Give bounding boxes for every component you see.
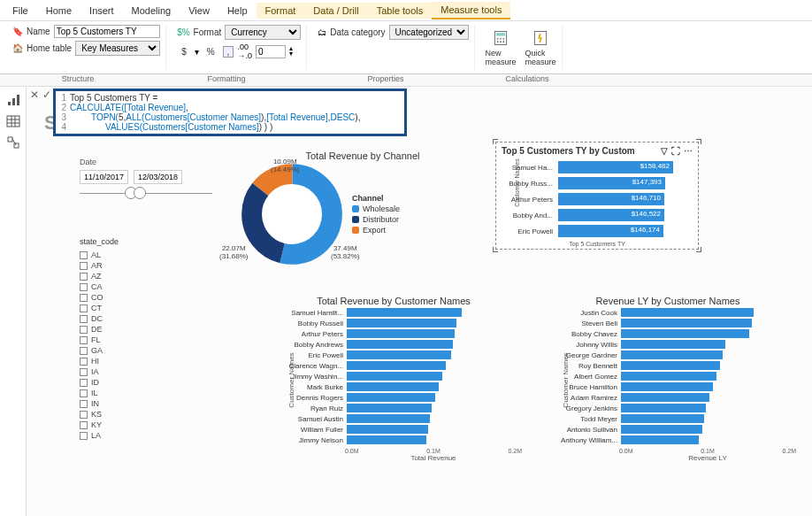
category-icon: 🗂 [318,27,326,37]
menu-insert[interactable]: Insert [80,3,123,19]
legend-item: Export [352,226,400,235]
menu-home[interactable]: Home [37,3,80,19]
top5-row: Bobby And...$146,522 [502,209,693,221]
new-measure-label: New measure [486,49,517,66]
state-option[interactable]: CA [80,281,186,292]
rev-ty-title: Total Revenue by Customer Names [265,296,522,306]
bar-row: Steven Bell [552,319,796,327]
menu-view[interactable]: View [180,3,218,19]
bar-row: Jimmy Nelson [278,435,522,444]
state-option[interactable]: CT [80,303,186,313]
state-option[interactable]: KS [80,409,186,420]
state-option[interactable]: AL [80,250,186,260]
formula-line-1: Top 5 Customers TY = [70,93,157,103]
menu-modeling[interactable]: Modeling [123,3,180,19]
currency-button[interactable]: $ [177,46,191,58]
menu-bar: FileHomeInsertModelingViewHelpFormatData… [0,0,812,21]
state-option[interactable]: IN [80,398,186,409]
revenue-ty-chart[interactable]: Total Revenue by Customer Names Customer… [265,296,522,462]
state-option[interactable]: IL [80,388,186,398]
menu-measure-tools[interactable]: Measure tools [432,2,510,19]
menu-file[interactable]: File [4,3,37,19]
top5-row: Samuel Ha...$158,482 [502,161,693,173]
state-option[interactable]: DE [80,324,186,335]
bar-row: Bobby Andrews [278,340,522,349]
svg-point-23 [252,174,333,255]
state-option[interactable]: ID [80,377,186,388]
bar-row: Anthony William... [552,435,796,444]
measure-name-input[interactable] [54,25,160,38]
new-measure-button[interactable]: New measure [486,29,517,66]
state-option[interactable]: CO [80,292,186,303]
decimals-icon: .00→.0 [237,42,252,60]
model-view-icon[interactable] [5,135,21,150]
date-from[interactable]: 11/10/2017 [80,170,128,184]
bar-row: Johnny Willis [552,340,796,349]
state-option[interactable]: GA [80,345,186,356]
date-slider[interactable] [80,193,212,205]
bar-row: Jimmy Washin... [278,372,522,381]
menu-data-drill[interactable]: Data / Drill [304,3,367,19]
thousands-button[interactable]: , [223,46,234,58]
filter-icon[interactable]: ▽ [661,146,668,156]
svg-point-6 [500,41,502,42]
top5-footer: Top 5 Customers TY [502,241,693,247]
bar-row: Roy Bennett [552,361,796,370]
format-select[interactable]: Currency [225,25,301,40]
date-slicer[interactable]: Date 11/10/2017 12/03/2018 [80,158,212,205]
spinner-icon[interactable]: ▴▾ [289,46,293,57]
svg-point-5 [497,41,499,42]
top5-visual[interactable]: Top 5 Customers TY by Custom ▽ ⛶ ⋯ Custo… [495,142,699,250]
focus-icon[interactable]: ⛶ [671,146,680,156]
ribbon-group-formatting: $% Format Currency $▾ % , .00→.0 ▴▾ [172,25,307,70]
top5-row: Arthur Peters$146,710 [502,193,693,205]
bar-row: Gregory Jenkins [552,404,796,412]
decimals-input[interactable] [256,45,286,58]
date-to[interactable]: 12/03/2018 [134,170,182,184]
legend-item: Distributor [352,215,400,224]
section-calculations: Calculations [474,74,580,86]
state-slicer[interactable]: state_code ALARAZCACOCTDCDEFLGAHIIAIDILI… [80,237,186,441]
data-view-icon[interactable] [5,113,21,129]
rev-ly-ylabel: Customer Names [562,352,570,407]
donut-chart[interactable]: Total Revenue by Channel 10.09M(14.49%) … [239,150,486,269]
rev-ty-ylabel: Customer Names [287,352,295,407]
ribbon: 🔖 Name 🏠 Home table Key Measures $% Form… [0,21,812,74]
state-option[interactable]: AR [80,260,186,271]
menu-table-tools[interactable]: Table tools [368,3,433,19]
percent-button[interactable]: % [203,46,219,58]
svg-rect-17 [8,137,12,142]
data-category-select[interactable]: Uncategorized [389,25,469,40]
svg-point-3 [500,38,502,40]
check-formula-icon[interactable]: ✓ [42,89,51,101]
svg-rect-1 [496,33,505,35]
formula-bar[interactable]: 1Top 5 Customers TY = 2CALCULATE( [Total… [53,89,407,136]
bar-row: Antonio Sullivan [552,425,796,434]
state-option[interactable]: HI [80,356,186,366]
bar-row: Samuel Hamilt... [278,308,522,317]
top5-title: Top 5 Customers TY by Custom [502,146,635,156]
close-formula-icon[interactable]: ✕ [30,89,39,101]
bar-row: Mark Burke [278,382,522,391]
quick-measure-button[interactable]: Quick measure [525,29,556,66]
state-option[interactable]: KY [80,420,186,430]
more-icon[interactable]: ⋯ [684,146,693,156]
report-view-icon[interactable] [5,92,21,108]
state-option[interactable]: AZ [80,271,186,281]
menu-help[interactable]: Help [218,3,257,19]
top5-row: Eric Powell$146,174 [502,225,693,237]
bar-row: Bobby Chavez [552,329,796,338]
revenue-ly-chart[interactable]: Revenue LY by Customer Names Customer Na… [540,296,796,462]
home-table-select[interactable]: Key Measures [75,41,160,56]
state-option[interactable]: LA [80,430,186,441]
state-option[interactable]: FL [80,335,186,345]
rev-ly-title: Revenue LY by Customer Names [540,296,796,306]
bar-row: Dennis Rogers [278,393,522,402]
ribbon-group-properties: 🗂 Data category Uncategorized [312,25,474,70]
state-option[interactable]: IA [80,366,186,377]
state-option[interactable]: DC [80,313,186,324]
data-category-label: Data category [330,27,385,37]
ribbon-section-labels: Structure Formatting Properties Calculat… [0,74,812,87]
menu-format[interactable]: Format [257,3,305,19]
svg-point-7 [503,41,505,42]
